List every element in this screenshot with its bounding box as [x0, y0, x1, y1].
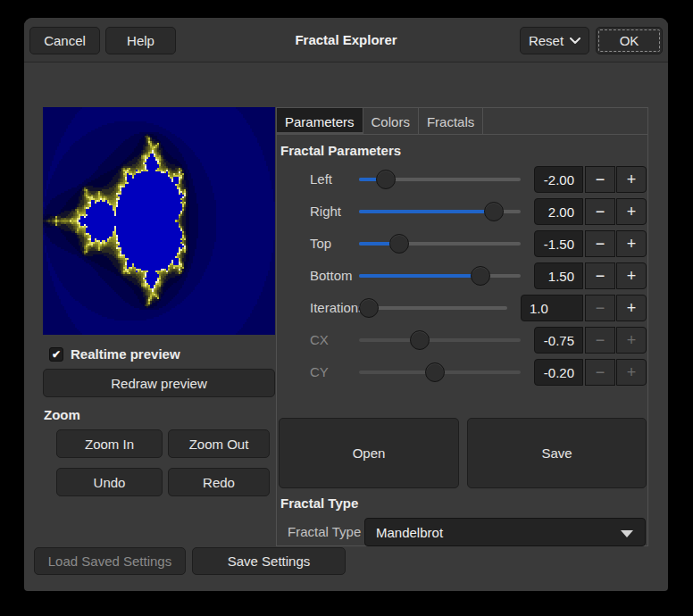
decrement-button[interactable]: − [585, 262, 615, 289]
value-spinbox[interactable]: 2.00 [534, 198, 583, 225]
slider-row: CX -0.75 − + [277, 324, 647, 356]
save-settings-button[interactable]: Save Settings [192, 547, 346, 575]
spinbox-value: -0.75 [544, 333, 574, 348]
zoom-in-button[interactable]: Zoom In [56, 429, 163, 458]
slider-row: Bottom 1.50 − + [277, 260, 647, 292]
decrement-button[interactable]: − [585, 198, 615, 225]
decrement-button[interactable]: − [585, 359, 615, 386]
increment-button[interactable]: + [616, 230, 647, 257]
spinbox-value: -1.50 [544, 237, 574, 252]
chevron-down-icon [570, 37, 580, 45]
decrement-button[interactable]: − [585, 230, 615, 257]
tab-parameters[interactable]: Parameters [277, 108, 363, 135]
fractal-preview-canvas[interactable] [43, 107, 275, 335]
tab-strip: Parameters Colors Fractals [277, 108, 647, 135]
slider-row: Iterations 1.0 − + [277, 292, 647, 324]
value-spinbox[interactable]: 1.0 [521, 295, 583, 321]
realtime-checkbox-label[interactable]: Realtime preview [71, 347, 180, 362]
value-spinbox[interactable]: -0.20 [534, 359, 583, 386]
tab-colors[interactable]: Colors [363, 108, 419, 135]
slider-row: CY -0.20 − + [277, 356, 647, 388]
reset-button-label: Reset [529, 33, 564, 48]
increment-button[interactable]: + [616, 295, 647, 321]
slider-handle[interactable] [425, 362, 445, 382]
fractal-type-title: Fractal Type [280, 495, 358, 511]
slider-handle[interactable] [410, 330, 430, 350]
slider-label: Left [310, 163, 332, 196]
spinbox-value: 1.50 [548, 269, 574, 284]
ok-button[interactable]: OK [596, 27, 663, 54]
increment-button[interactable]: + [616, 327, 647, 354]
slider-track[interactable] [359, 196, 521, 228]
redraw-preview-button[interactable]: Redraw preview [43, 369, 275, 397]
slider-label: Iterations [310, 292, 365, 324]
dropdown-arrow-icon [621, 530, 633, 537]
slider-label: CX [310, 324, 329, 356]
decrement-button[interactable]: − [585, 166, 615, 193]
fractal-type-label: Fractal Type [288, 518, 361, 546]
slider-label: CY [310, 356, 329, 388]
increment-button[interactable]: + [616, 166, 647, 193]
slider-rows: Left -2.00 − + Right 2.00 − + Top [277, 163, 647, 388]
increment-button[interactable]: + [616, 359, 647, 386]
slider-track[interactable] [359, 260, 521, 292]
slider-track[interactable] [359, 356, 521, 388]
titlebar: Cancel Help Fractal Explorer Reset OK [24, 18, 668, 62]
spinbox-value: 1.0 [530, 301, 548, 316]
fractal-type-dropdown[interactable]: Mandelbrot [364, 518, 646, 546]
slider-fill [359, 210, 494, 213]
load-settings-button[interactable]: Load Saved Settings [34, 547, 186, 575]
realtime-checkbox[interactable]: ✔ [49, 347, 63, 362]
save-button[interactable]: Save [467, 418, 647, 488]
value-spinbox[interactable]: 1.50 [534, 262, 583, 289]
slider-track-line [359, 306, 507, 310]
slider-track[interactable] [359, 324, 521, 356]
fractal-parameters-title: Fractal Parameters [280, 143, 401, 158]
slider-track-line [359, 338, 521, 342]
slider-label: Right [310, 196, 341, 228]
decrement-button[interactable]: − [585, 295, 615, 321]
zoom-section-title: Zoom [44, 407, 80, 422]
slider-label: Bottom [310, 260, 353, 292]
slider-row: Top -1.50 − + [277, 228, 647, 260]
spinbox-value: 2.00 [548, 204, 574, 220]
zoom-out-button[interactable]: Zoom Out [168, 429, 270, 458]
spinbox-value: -2.00 [544, 172, 574, 187]
slider-handle[interactable] [376, 170, 396, 189]
value-spinbox[interactable]: -1.50 [534, 230, 583, 257]
slider-label: Top [310, 228, 331, 260]
slider-row: Right 2.00 − + [277, 196, 647, 228]
slider-handle[interactable] [484, 202, 504, 221]
slider-track[interactable] [359, 292, 507, 324]
redo-button[interactable]: Redo [168, 468, 270, 496]
reset-button[interactable]: Reset [520, 27, 589, 54]
open-button[interactable]: Open [279, 418, 459, 488]
slider-handle[interactable] [359, 298, 379, 318]
value-spinbox[interactable]: -0.75 [534, 327, 583, 354]
slider-track[interactable] [359, 163, 521, 196]
decrement-button[interactable]: − [585, 327, 615, 354]
fractal-type-value: Mandelbrot [376, 525, 443, 540]
tab-fractals[interactable]: Fractals [419, 108, 483, 135]
undo-button[interactable]: Undo [56, 468, 163, 496]
increment-button[interactable]: + [616, 262, 647, 289]
increment-button[interactable]: + [616, 198, 647, 225]
slider-handle[interactable] [389, 234, 409, 254]
slider-handle[interactable] [471, 266, 490, 286]
fractal-explorer-dialog: Cancel Help Fractal Explorer Reset OK ✔ … [24, 18, 668, 591]
slider-track[interactable] [359, 228, 521, 260]
slider-row: Left -2.00 − + [277, 163, 647, 196]
spinbox-value: -0.20 [544, 365, 574, 380]
settings-notebook: Parameters Colors Fractals Fractal Param… [276, 107, 648, 546]
slider-fill [359, 274, 480, 278]
value-spinbox[interactable]: -2.00 [534, 166, 583, 193]
